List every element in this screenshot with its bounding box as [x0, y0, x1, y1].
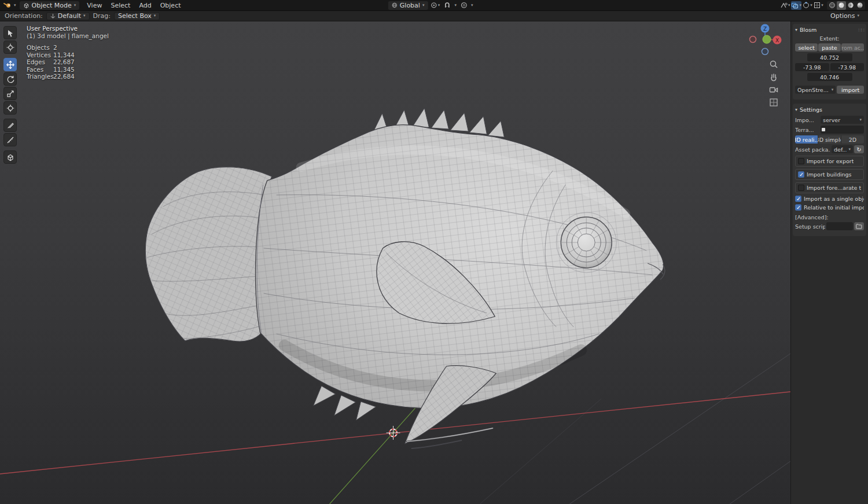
toggle-xray-button[interactable]: ▾ — [791, 1, 801, 10]
extent-paste-button[interactable]: paste — [818, 43, 841, 51]
settings-panel-header[interactable]: ▾ Settings — [795, 105, 864, 114]
gizmo-x-neg-axis[interactable] — [750, 36, 756, 43]
checkbox-box: Import fore...arate trees — [795, 182, 864, 193]
shading-wireframe-button[interactable] — [827, 1, 837, 10]
orientation-default-dropdown[interactable]: Default ▾ — [46, 12, 90, 20]
menu-view[interactable]: View — [83, 1, 106, 10]
extent-select-button[interactable]: select — [795, 43, 818, 51]
tool-cursor[interactable] — [3, 41, 17, 54]
tool-move[interactable] — [3, 58, 17, 71]
options-button[interactable]: Options ▾ — [826, 12, 863, 20]
asset-package-dropdown[interactable]: def... ▾ — [832, 145, 853, 153]
import-buildings-checkbox[interactable] — [798, 171, 804, 178]
extent-label: Extent: — [795, 35, 864, 42]
tool-select-box[interactable] — [3, 26, 17, 39]
transform-orientation-dropdown[interactable]: Global ▾ — [388, 1, 428, 10]
advanced-label: [Advanced]: — [795, 214, 864, 220]
relative-import-row[interactable]: Relative to initial import — [795, 204, 864, 211]
drag-mode-dropdown[interactable]: Select Box ▾ — [114, 12, 160, 20]
stat-label: Vertices — [27, 51, 53, 59]
collapse-arrow-icon[interactable]: ▾ — [795, 27, 797, 32]
refresh-assets-button[interactable]: ↻ — [854, 145, 864, 153]
stat-value: 11,344 — [53, 51, 109, 59]
asset-package-value: def... — [834, 146, 847, 153]
single-object-checkbox[interactable] — [795, 196, 801, 202]
stat-value: 22,684 — [53, 73, 109, 80]
setup-script-field[interactable] — [826, 222, 853, 230]
import-from-label: Impo... — [795, 117, 819, 123]
blosm-panel-header[interactable]: ▾ Blosm ∷∷ — [795, 25, 864, 34]
tool-transform[interactable] — [3, 101, 17, 115]
fish-model[interactable] — [145, 108, 665, 448]
shading-material-preview-button[interactable] — [846, 1, 855, 10]
proportional-editing-toggle[interactable] — [459, 1, 469, 10]
zoom-icon[interactable] — [769, 60, 778, 69]
stat-label: Objects — [27, 44, 53, 51]
tool-rotate[interactable] — [3, 72, 17, 86]
pivot-point-dropdown[interactable]: ▾ — [430, 1, 440, 10]
ortho-grid-icon[interactable] — [769, 98, 778, 107]
editor-type-selector[interactable] — [3, 1, 12, 9]
min-lat-field[interactable]: 40.746 — [807, 73, 852, 81]
import-forests-checkbox[interactable] — [798, 185, 804, 191]
editor-dropdown-arrow[interactable]: ▾ — [14, 3, 16, 8]
tool-annotate[interactable] — [3, 119, 17, 132]
panel-grip-icon[interactable]: ∷∷ — [859, 27, 864, 33]
tab-3d-simple[interactable]: 3D simple — [818, 135, 841, 144]
terrain-object-field[interactable] — [821, 126, 864, 134]
show-overlays-dropdown[interactable]: ▾ — [814, 1, 823, 10]
orientation-setting-label: Orientation: — [5, 12, 43, 20]
tool-measure[interactable] — [3, 133, 17, 146]
menu-add[interactable]: Add — [135, 1, 155, 10]
menu-select[interactable]: Select — [106, 1, 134, 10]
min-lon-field[interactable]: -73.98 — [795, 63, 829, 71]
tab-3d-realistic[interactable]: 3D reali... — [795, 135, 818, 144]
stat-value: 11,345 — [53, 66, 109, 73]
import-buildings-row[interactable]: Import buildings — [798, 171, 861, 178]
viewport-stats-overlay: User Perspective (1) 3d model | flame_an… — [27, 25, 109, 80]
snap-toggle-button[interactable] — [442, 1, 452, 10]
measure-ruler-icon — [6, 136, 14, 144]
snap-dropdown-arrow[interactable]: ▾ — [454, 3, 457, 8]
extent-from-active-button[interactable]: from ac... — [841, 43, 864, 51]
overlays-icon — [814, 2, 821, 9]
import-forests-row[interactable]: Import fore...arate trees — [798, 185, 861, 191]
refresh-icon: ↻ — [856, 146, 861, 153]
show-gizmos-dropdown[interactable]: ▾ — [803, 1, 812, 10]
orientation-dropdown-arrow: ▾ — [422, 3, 425, 8]
collapse-arrow-icon[interactable]: ▾ — [795, 107, 797, 112]
browse-script-button[interactable] — [854, 222, 864, 230]
visibility-dropdown-arrow: ▾ — [788, 3, 790, 8]
import-for-export-row[interactable]: Import for export — [798, 158, 861, 164]
navigation-gizmo[interactable]: Z X — [746, 21, 784, 58]
viewport-canvas[interactable] — [0, 21, 790, 504]
import-from-dropdown[interactable]: server ▾ — [821, 116, 864, 124]
camera-view-icon[interactable] — [769, 85, 778, 94]
gizmo-x-label: X — [775, 38, 779, 43]
single-object-row[interactable]: Import as a single object — [795, 196, 864, 202]
tab-2d[interactable]: 2D — [841, 135, 864, 144]
blosm-panel: ▾ Blosm ∷∷ Extent: select paste from ac.… — [793, 24, 866, 100]
options-label: Options — [830, 12, 855, 20]
xray-dropdown-arrow: ▾ — [799, 3, 801, 8]
tool-add-cube[interactable] — [3, 150, 17, 164]
tool-scale[interactable] — [3, 87, 17, 100]
proportional-dropdown-arrow[interactable]: ▾ — [471, 3, 473, 8]
max-lon-field[interactable]: -73.98 — [830, 63, 865, 71]
pan-hand-icon[interactable] — [769, 72, 778, 82]
import-for-export-checkbox[interactable] — [798, 158, 804, 164]
shading-solid-button[interactable] — [837, 1, 846, 10]
mode-selector[interactable]: Object Mode ▾ — [20, 1, 80, 10]
data-source-dropdown[interactable]: OpenStre... ▾ — [795, 86, 836, 94]
shading-rendered-button[interactable] — [855, 1, 865, 10]
import-button[interactable]: import — [837, 86, 864, 94]
menu-object[interactable]: Object — [156, 1, 185, 10]
gizmo-z-neg-axis[interactable] — [762, 49, 768, 55]
settings-panel: ▾ Settings Impo... server ▾ Terra... 3D … — [793, 104, 866, 236]
object-visibility-dropdown[interactable]: ▾ — [780, 1, 790, 10]
relative-import-checkbox[interactable] — [795, 204, 801, 211]
viewport-3d[interactable]: User Perspective (1) 3d model | flame_an… — [0, 21, 790, 504]
max-lat-field[interactable]: 40.752 — [807, 53, 852, 61]
tail-fin — [145, 167, 272, 341]
gizmo-y-axis[interactable] — [763, 35, 771, 43]
